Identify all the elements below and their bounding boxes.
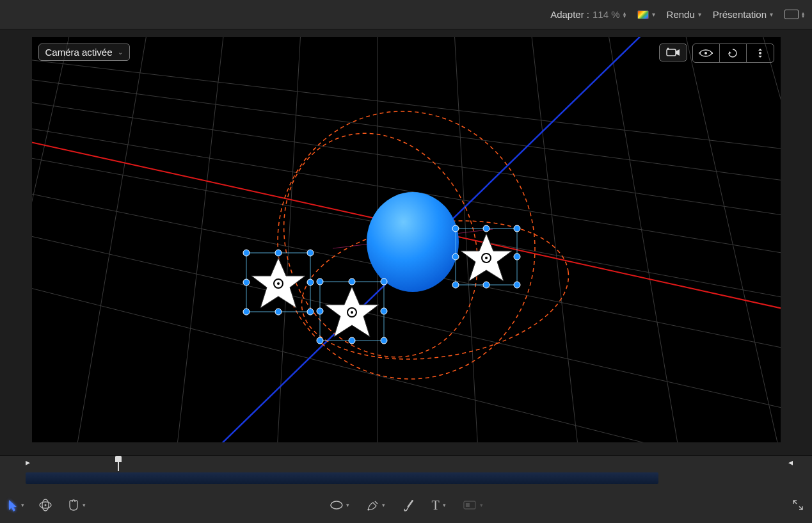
fullscreen-button[interactable]	[792, 499, 804, 511]
svg-point-68	[45, 504, 47, 506]
brush-icon	[402, 499, 415, 511]
bottom-toolbar: ▾ ▾ ▾ ▾	[0, 487, 812, 523]
brush-tool[interactable]	[402, 499, 415, 511]
svg-point-58	[514, 253, 520, 260]
svg-line-8	[32, 37, 70, 442]
camera-icon	[665, 47, 681, 58]
svg-line-14	[531, 37, 582, 442]
svg-point-69	[330, 501, 342, 509]
svg-point-41	[381, 278, 387, 285]
mini-timeline: ▸ ◂	[0, 455, 812, 487]
svg-point-31	[275, 309, 282, 315]
camera-reset-button[interactable]	[659, 44, 687, 61]
chevron-down-icon: ▾	[770, 11, 773, 18]
rotate-icon	[726, 47, 739, 59]
svg-point-27	[243, 250, 250, 256]
aspect-box-icon	[784, 10, 799, 19]
svg-point-65	[759, 52, 761, 54]
view-nav-group	[692, 44, 774, 63]
chevron-down-icon: ▾	[346, 502, 349, 508]
svg-point-32	[307, 309, 314, 315]
viewer-area: Caméra activée ⌄	[0, 29, 812, 455]
chevron-down-icon: ⌄	[118, 49, 123, 56]
transform-3d-tool[interactable]	[38, 498, 52, 512]
svg-point-44	[381, 337, 387, 344]
presentation-dropdown[interactable]: Présentation ▾	[713, 9, 773, 20]
playhead[interactable]	[114, 456, 123, 471]
svg-point-45	[317, 308, 323, 314]
svg-point-57	[452, 253, 459, 260]
svg-point-28	[275, 250, 282, 256]
chevron-down-icon: ▾	[698, 11, 701, 18]
orbit-icon	[699, 47, 713, 59]
svg-point-70	[367, 509, 369, 511]
text-tool[interactable]: T ▾	[431, 498, 445, 513]
canvas-3d-view[interactable]: Caméra activée ⌄	[32, 37, 781, 442]
camera-dropdown[interactable]: Caméra activée ⌄	[38, 44, 130, 61]
clip-strip[interactable]	[26, 472, 658, 484]
svg-point-43	[349, 337, 355, 344]
svg-point-53	[514, 225, 520, 232]
camera-label: Caméra activée	[45, 47, 113, 58]
chevron-down-icon: ▾	[21, 502, 24, 508]
svg-point-46	[381, 308, 387, 314]
mask-icon	[463, 500, 477, 510]
svg-point-52	[483, 225, 490, 232]
hand-tool[interactable]: ▾	[67, 499, 86, 511]
svg-point-40	[349, 278, 355, 285]
svg-line-7	[32, 280, 781, 442]
svg-line-10	[173, 37, 224, 442]
svg-point-39	[317, 278, 323, 285]
grid-overlay	[32, 37, 781, 442]
mask-tool[interactable]: ▾	[463, 500, 483, 510]
svg-line-1	[32, 76, 781, 184]
fullscreen-icon	[792, 499, 804, 511]
svg-point-33	[243, 279, 250, 286]
dolly-button[interactable]	[747, 44, 774, 62]
svg-point-64	[705, 52, 707, 54]
chevron-down-icon: ▾	[83, 502, 86, 508]
fit-label: Adapter :	[550, 9, 589, 20]
timeline-ruler[interactable]: ▸ ◂	[0, 456, 812, 471]
out-point-marker[interactable]: ◂	[788, 457, 793, 467]
shape-tool[interactable]: ▾	[329, 500, 349, 510]
text-icon: T	[431, 498, 439, 513]
dolly-icon	[754, 47, 766, 59]
pan-rotate-button[interactable]	[720, 44, 747, 62]
select-tool[interactable]: ▾	[8, 499, 24, 511]
svg-line-17	[761, 37, 781, 442]
svg-line-11	[275, 37, 301, 442]
svg-point-56	[514, 282, 520, 288]
svg-point-55	[483, 282, 490, 288]
svg-rect-72	[466, 503, 470, 507]
svg-point-60	[485, 257, 488, 259]
svg-line-15	[608, 37, 685, 442]
svg-point-51	[452, 225, 459, 232]
view-controls	[659, 44, 774, 63]
render-dropdown[interactable]: Rendu ▾	[667, 9, 701, 20]
chevron-down-icon: ▾	[480, 502, 483, 508]
ellipse-shape-icon	[329, 500, 343, 510]
svg-point-42	[317, 337, 323, 344]
svg-point-62	[667, 48, 669, 50]
fit-dropdown[interactable]: Adapter : 114 % ▴▾	[550, 9, 625, 20]
aspect-dropdown[interactable]: ▴▾	[784, 10, 804, 19]
svg-line-16	[685, 37, 781, 442]
render-label: Rendu	[667, 9, 695, 20]
pen-tool[interactable]: ▾	[366, 499, 385, 511]
svg-point-48	[351, 311, 353, 314]
fit-value: 114 %	[593, 9, 620, 20]
top-toolbar: Adapter : 114 % ▴▾ ▾ Rendu ▾ Présentatio…	[0, 0, 812, 29]
chevron-down-icon: ▾	[443, 502, 446, 508]
orbit-button[interactable]	[693, 44, 720, 62]
pen-icon	[366, 499, 379, 511]
stepper-icon: ▴▾	[623, 12, 626, 18]
svg-point-54	[452, 282, 459, 288]
color-channel-dropdown[interactable]: ▾	[637, 10, 655, 19]
hand-icon	[67, 499, 79, 511]
svg-point-29	[307, 250, 314, 256]
svg-point-24	[367, 192, 459, 292]
color-swatch-icon	[637, 10, 649, 19]
svg-rect-61	[667, 49, 676, 56]
in-point-marker[interactable]: ▸	[26, 457, 30, 467]
